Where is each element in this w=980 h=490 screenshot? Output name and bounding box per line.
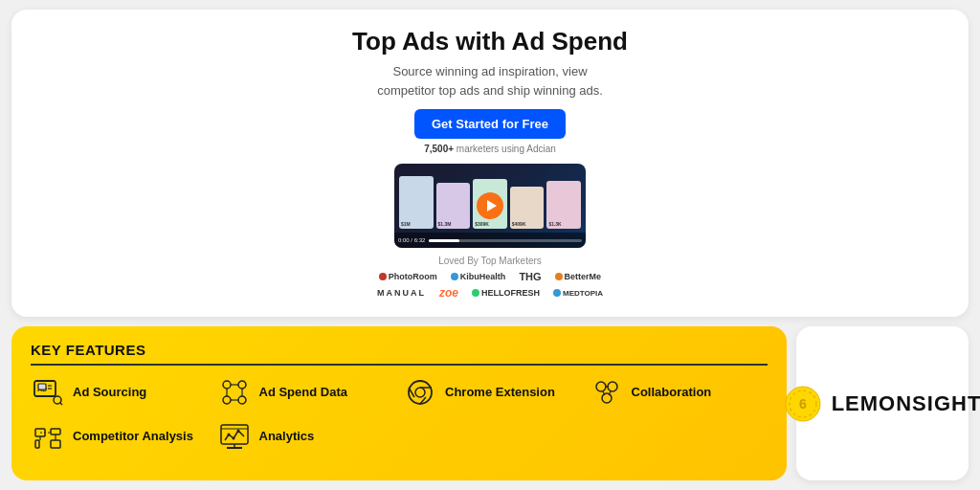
svg-point-8 (238, 381, 246, 389)
feature-label-competitor: Competitor Analysis (73, 429, 193, 444)
feature-collaboration: Collaboration (590, 375, 768, 410)
ad-spend-icon (217, 375, 252, 410)
logo-betterme: BetterMe (555, 272, 602, 281)
logo-manual: MANUAL (377, 288, 426, 298)
svg-rect-30 (221, 425, 248, 444)
bottom-section: KEY FEATURES AD (11, 326, 969, 480)
lemon-logo-container: 6 LEMONSIGHT (784, 385, 980, 423)
hellofresh-dot (472, 289, 479, 297)
feature-competitor: Competitor Analysis (31, 419, 210, 454)
logos-row-2: MANUAL zoe HELLOFRESH MEDTOPIA (377, 286, 603, 300)
svg-point-5 (54, 396, 61, 404)
feature-ad-spend: Ad Spend Data (217, 375, 396, 410)
ad-sourcing-icon: AD (31, 375, 65, 410)
kibu-dot (451, 273, 458, 280)
video-progress-bar: 0:00 / 6:32 (394, 233, 586, 248)
svg-point-7 (223, 381, 231, 389)
svg-rect-27 (51, 429, 60, 434)
svg-point-17 (596, 382, 606, 391)
page-container: Top Ads with Ad Spend Source winning ad … (0, 0, 980, 490)
feature-label-chrome: Chrome Extension (445, 385, 555, 400)
feature-label-ad-spend: Ad Spend Data (259, 385, 347, 400)
betterme-dot (555, 273, 563, 280)
vid-card-1: $1M (399, 176, 434, 229)
features-card: KEY FEATURES AD (11, 326, 787, 480)
svg-line-6 (60, 403, 62, 405)
hero-title: Top Ads with Ad Spend (352, 27, 628, 56)
feature-chrome: Chrome Extension (403, 375, 582, 410)
svg-rect-2 (38, 384, 46, 390)
progress-track (429, 239, 582, 242)
progress-fill (429, 239, 459, 242)
loved-section: Loved By Top Marketers PhotoRoom KibuHea… (377, 256, 603, 303)
svg-point-33 (232, 437, 234, 440)
feature-label-analytics: Analytics (259, 429, 315, 444)
logo-kibuhealth: KibuHealth (451, 272, 506, 281)
feature-ad-sourcing: AD Ad Sourcing (31, 375, 210, 410)
feature-label-ad-sourcing: Ad Sourcing (73, 385, 146, 400)
logos-row-1: PhotoRoom KibuHealth THG BetterMe (377, 271, 603, 282)
svg-point-10 (238, 396, 246, 404)
features-grid-row2: Competitor Analysis (31, 419, 768, 454)
features-grid-row1: AD Ad Sourcing (31, 375, 768, 410)
lemon-icon: 6 (784, 385, 822, 423)
svg-point-19 (602, 393, 612, 403)
key-features-title: KEY FEATURES (31, 342, 768, 366)
svg-point-9 (223, 396, 231, 404)
photoroom-dot (379, 273, 387, 280)
feature-placeholder-2 (590, 419, 768, 454)
collaboration-icon (590, 375, 624, 410)
vid-card-4: $409K (510, 187, 545, 229)
video-time: 0:00 / 6:32 (398, 237, 425, 243)
vid-card-5: $1.3K (546, 181, 581, 229)
logo-hellofresh: HELLOFRESH (472, 288, 540, 298)
svg-text:6: 6 (799, 396, 807, 412)
logo-zoe: zoe (439, 286, 458, 300)
brand-name: LEMONSIGHT (832, 391, 980, 416)
svg-rect-24 (35, 440, 39, 448)
feature-analytics: Analytics (217, 419, 396, 454)
svg-point-32 (227, 434, 230, 436)
svg-point-34 (236, 430, 239, 433)
hero-card: Top Ads with Ad Spend Source winning ad … (11, 10, 969, 317)
hero-subtitle: Source winning ad inspiration, view comp… (377, 62, 603, 100)
loved-label: Loved By Top Marketers (377, 256, 603, 266)
logo-photoroom: PhotoRoom (379, 272, 437, 281)
svg-rect-29 (51, 440, 60, 448)
brand-logo-card: 6 LEMONSIGHT (796, 326, 969, 480)
feature-placeholder-1 (403, 419, 582, 454)
logo-thg: THG (519, 271, 541, 282)
medtopia-dot (553, 289, 561, 297)
video-thumbnail[interactable]: $1M $1.3M $309K $409K $1.3K 0:00 / 6:32 (394, 164, 586, 248)
svg-point-18 (608, 382, 617, 391)
cta-button[interactable]: Get Started for Free (414, 109, 566, 139)
competitor-analysis-icon (31, 419, 65, 454)
play-button[interactable] (477, 192, 503, 219)
vid-card-2: $1.3M (436, 183, 471, 229)
feature-label-collaboration: Collaboration (632, 385, 712, 400)
logo-medtopia: MEDTOPIA (553, 289, 603, 298)
svg-point-16 (415, 388, 425, 397)
chrome-extension-icon (403, 375, 437, 410)
analytics-icon (217, 419, 252, 454)
marketers-text: 7,500+ marketers using Adcian (424, 144, 556, 154)
